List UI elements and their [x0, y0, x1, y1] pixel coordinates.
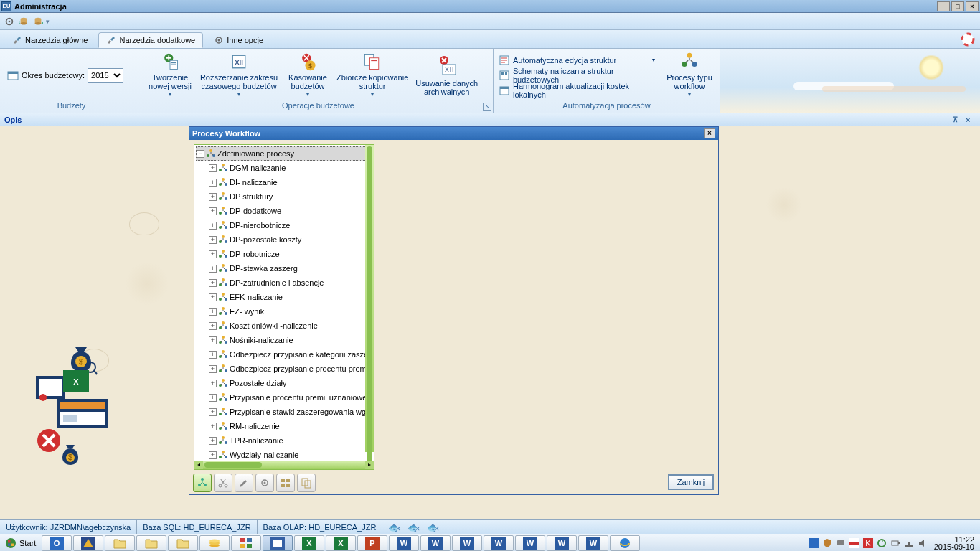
tool-tree-view-icon[interactable] — [193, 474, 212, 492]
taskbar-coins-icon[interactable] — [199, 535, 230, 551]
taskbar-outlook-icon[interactable]: O — [42, 535, 72, 551]
tree-item[interactable]: +Pozostałe działy — [196, 376, 372, 390]
horizontal-scrollbar[interactable] — [203, 461, 365, 469]
extend-time-range-button[interactable]: XII Rozszerzanie zakresuczasowego budżet… — [197, 51, 281, 100]
taskbar-folder1-icon[interactable] — [105, 535, 135, 551]
taskbar-ie-icon[interactable] — [610, 535, 640, 551]
start-button[interactable]: Start — [0, 535, 41, 551]
taskbar-word2-icon[interactable]: W — [420, 535, 451, 551]
taskbar-app-current-icon[interactable] — [263, 535, 293, 551]
taskbar-word4-icon[interactable]: W — [484, 535, 514, 551]
svg-text:W: W — [432, 539, 440, 547]
taskbar-word6-icon[interactable]: W — [547, 535, 577, 551]
minimize-button[interactable]: _ — [937, 1, 950, 11]
taskbar-dynamics-icon[interactable] — [73, 535, 103, 551]
tree-item[interactable]: +DP-nierobotnicze — [196, 218, 372, 232]
workflow-tree: −Zdefiniowane procesy+DGM-naliczanie+DI-… — [194, 144, 374, 470]
workflow-close-icon[interactable]: × — [704, 128, 715, 138]
tree-item[interactable]: +DP-dodatkowe — [196, 204, 372, 218]
qat-db-right-icon[interactable] — [32, 15, 44, 28]
svg-point-109 — [222, 422, 225, 425]
taskbar-word3-icon[interactable]: W — [452, 535, 482, 551]
tray-flag-icon[interactable] — [849, 538, 859, 548]
tree-item[interactable]: +DI- naliczanie — [196, 175, 372, 189]
tool-copy-icon[interactable] — [297, 474, 316, 492]
vertical-splitter[interactable] — [720, 126, 720, 519]
taskbar-excel2-icon[interactable]: X — [326, 535, 356, 551]
qat-dropdown-icon[interactable]: ▾ — [46, 18, 49, 25]
taskbar-word5-icon[interactable]: W — [515, 535, 545, 551]
qat-gear-icon[interactable] — [3, 15, 16, 28]
tray-db-icon[interactable] — [836, 538, 846, 548]
tree-item[interactable]: +TPR-naliczanie — [196, 433, 372, 448]
tree-item[interactable]: +Odbezpiecz przypisanie procentu premii — [196, 362, 372, 376]
tree-item[interactable]: +Odbezpiecz przypisanie kategorii zaszer — [196, 347, 372, 362]
tool-scissors-icon[interactable] — [214, 474, 232, 492]
budget-period-select[interactable]: 2015 — [88, 68, 123, 83]
tree-item[interactable]: +DP-zatrudnienie i absencje — [196, 276, 372, 290]
tree-item[interactable]: +DP-pozostałe koszty — [196, 232, 372, 247]
taskbar-word1-icon[interactable]: W — [389, 535, 419, 551]
workflow-close-button[interactable]: Zamknij — [668, 474, 714, 490]
tool-gear-icon[interactable] — [255, 474, 274, 492]
tree-item[interactable]: +EFK-naliczanie — [196, 290, 372, 304]
tree-item[interactable]: +Koszt dniówki -naliczenie — [196, 319, 372, 333]
close-button[interactable]: × — [966, 1, 979, 11]
ribbon-tab-other-options[interactable]: Inne opcje — [206, 32, 271, 48]
pin-icon[interactable]: ⊼ — [953, 116, 963, 123]
delete-budgets-button[interactable]: $ Kasowaniebudżetów▾ — [284, 51, 331, 100]
taskbar-excel1-icon[interactable]: X — [294, 535, 324, 551]
qat-db-left-icon[interactable] — [17, 15, 30, 28]
panel-close-icon[interactable]: × — [966, 116, 976, 124]
taskbar-folder2-icon[interactable] — [136, 535, 166, 551]
calc-schemes-button[interactable]: Schematy naliczania struktur budżetowych — [495, 68, 659, 83]
svg-point-124 — [264, 482, 266, 484]
tree-item[interactable]: +Przypisanie procentu premii uznaniowej — [196, 390, 372, 405]
tree-item[interactable]: +Wydziały-naliczanie — [196, 448, 372, 461]
delete-archive-button[interactable]: XII Usuwanie danycharchiwalnych — [413, 51, 480, 100]
tree-item[interactable]: +DGM-naliczanie — [196, 161, 372, 175]
tray-power-icon[interactable] — [890, 538, 900, 548]
ribbon-tab-additional-tools[interactable]: Narzędzia dodatkowe — [98, 32, 203, 48]
clock[interactable]: 11:22 2015-09-10 — [931, 536, 977, 550]
maximize-button[interactable]: □ — [951, 1, 964, 11]
tray-volume-icon[interactable] — [918, 538, 928, 548]
hscroll-right-icon[interactable]: ▸ — [365, 461, 374, 469]
help-lifesaver-icon[interactable] — [960, 32, 976, 47]
workflow-processes-button[interactable]: Procesy typuworkflow▾ — [663, 51, 716, 100]
svg-point-58 — [222, 178, 225, 181]
hscroll-left-icon[interactable]: ◂ — [194, 461, 203, 469]
tray-network-icon[interactable] — [904, 538, 914, 548]
svg-rect-180 — [908, 542, 910, 545]
auto-edit-structures-button[interactable]: Automatyczna edycja struktur▾ — [495, 53, 659, 67]
ribbon-tab-main-tools[interactable]: Narzędzia główne — [4, 32, 95, 48]
svg-point-168 — [620, 538, 630, 548]
tool-grid-icon[interactable] — [276, 474, 295, 492]
taskbar-app1-icon[interactable] — [231, 535, 261, 551]
tree-item[interactable]: +EZ- wynik — [196, 304, 372, 319]
tree-item[interactable]: +DP-stawka zaszerg — [196, 261, 372, 276]
tray-shield-icon[interactable] — [822, 538, 832, 548]
svg-point-91 — [222, 336, 225, 339]
tray-sync-icon[interactable] — [877, 538, 887, 548]
taskbar-word7-icon[interactable]: W — [578, 535, 608, 551]
taskbar-folder3-icon[interactable] — [168, 535, 198, 551]
vertical-scrollbar[interactable] — [365, 145, 374, 452]
taskbar-powerpoint-icon[interactable]: P — [357, 535, 387, 551]
tree-item[interactable]: +RM-naliczenie — [196, 419, 372, 433]
tool-edit-icon[interactable] — [235, 474, 253, 492]
tray-outlook-icon[interactable] — [809, 538, 819, 548]
tree-item[interactable]: +DP struktury — [196, 189, 372, 204]
tree-item[interactable]: +DP-robotnicze — [196, 247, 372, 261]
ribbon-group-budget-ops: Tworzenienowej wersji▾ XII Rozszerzanie … — [143, 49, 494, 113]
dialog-launcher-icon[interactable]: ↘ — [483, 103, 491, 111]
tray-kaspersky-icon[interactable]: K — [863, 538, 873, 548]
tree-root-item[interactable]: −Zdefiniowane procesy — [196, 146, 372, 161]
tree-item[interactable]: +Przypisanie stawki zaszeregowania wg l — [196, 405, 372, 419]
cube-schedule-button[interactable]: Harmonogram aktualizacji kostek lokalnyc… — [495, 83, 659, 98]
tree-item[interactable]: +Nośniki-naliczanie — [196, 333, 372, 347]
create-new-version-button[interactable]: Tworzenienowej wersji▾ — [146, 51, 194, 100]
workflow-window-titlebar[interactable]: Procesy Workflow × — [189, 127, 718, 140]
bulk-copy-structures-button[interactable]: Zbiorcze kopiowaniestruktur▾ — [334, 51, 410, 100]
tree-scroll-area[interactable]: −Zdefiniowane procesy+DGM-naliczanie+DI-… — [194, 145, 374, 461]
